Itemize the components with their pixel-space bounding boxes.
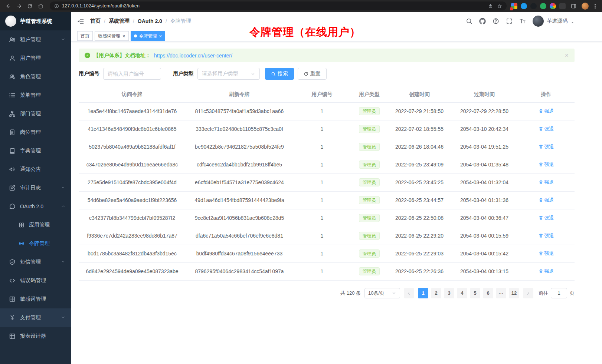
force-logout-button[interactable]: 强退 <box>539 161 554 168</box>
extension-icon[interactable] <box>530 3 537 9</box>
font-size-icon[interactable] <box>519 18 526 24</box>
breadcrumb-item[interactable]: 首页 <box>90 18 101 24</box>
sidebar-item-role[interactable]: 角色管理 <box>0 67 71 86</box>
access-token-cell: 41c41346a548490f9dc8b01c6bfe0865 <box>79 120 186 138</box>
address-bar[interactable]: 127.0.0.1:1024/system/oauth2/token <box>50 1 507 10</box>
sidebar-item-notice[interactable]: 通知公告 <box>0 160 71 179</box>
reset-button[interactable]: 重置 <box>298 68 327 80</box>
sidebar-item-oauth2-token[interactable]: 令牌管理 <box>0 234 71 253</box>
user-id-cell: 1 <box>293 156 351 173</box>
sidebar-item-post[interactable]: 岗位管理 <box>0 123 71 142</box>
sidebar-item-dept[interactable]: 部门管理 <box>0 105 71 123</box>
pager-page-4[interactable]: 4 <box>457 288 467 298</box>
pager-next-button[interactable] <box>523 288 533 298</box>
sidebar-item-label: 短信管理 <box>20 259 41 265</box>
notice-icon <box>9 166 16 173</box>
browser-home-button[interactable] <box>36 3 45 10</box>
pager-more-button[interactable]: ··· <box>496 288 506 298</box>
user-id-input[interactable] <box>108 71 157 77</box>
alert-link[interactable]: https://doc.iocoder.cn/user-center/ <box>154 53 232 59</box>
column-header: 创建时间 <box>388 87 451 102</box>
goto-page-input[interactable] <box>551 288 567 298</box>
created-time-cell: 2022-06-25 22:26:36 <box>388 262 451 280</box>
sidebar-item-error-code[interactable]: 错误码管理 <box>0 271 71 290</box>
sidebar-item-report-designer[interactable]: 报表设计器 <box>0 327 71 345</box>
tab-sensitive-word[interactable]: 敏感词管理× <box>95 31 129 41</box>
force-logout-button[interactable]: 强退 <box>539 197 554 203</box>
browser-menu-icon[interactable] <box>595 6 596 7</box>
share-icon[interactable] <box>488 4 493 9</box>
navbar-right: 芋道源码 <box>466 16 575 27</box>
tab-home[interactable]: 首页 <box>77 31 93 41</box>
tab-close-icon[interactable]: × <box>122 34 125 39</box>
browser-forward-button[interactable] <box>14 3 24 10</box>
pager-page-1[interactable]: 1 <box>418 288 428 298</box>
pager-prev-button[interactable] <box>404 288 414 298</box>
pager-page-12[interactable]: 12 <box>509 288 519 298</box>
bookmark-star-icon[interactable] <box>497 4 502 9</box>
site-info-icon[interactable] <box>54 4 59 9</box>
sms-icon <box>9 259 16 265</box>
extension-icon[interactable] <box>559 3 566 9</box>
sidebar-fold-button[interactable] <box>77 18 84 25</box>
force-logout-button[interactable]: 强退 <box>539 268 554 275</box>
user-name: 芋道源码 <box>547 18 567 24</box>
sidebar-item-label: 角色管理 <box>20 73 41 80</box>
sidebar-item-tenant[interactable]: 租户管理 <box>0 30 71 49</box>
user-dropdown[interactable]: 芋道源码 <box>533 16 575 27</box>
tab-close-icon[interactable]: × <box>159 34 162 39</box>
sidebar-item-sms[interactable]: 短信管理 <box>0 253 71 271</box>
page-size-select[interactable]: 10条/页 <box>364 288 400 298</box>
breadcrumb-item[interactable]: 系统管理 <box>109 18 130 24</box>
active-tab-dot <box>134 34 137 37</box>
sidebar-item-user[interactable]: 用户管理 <box>0 49 71 67</box>
force-logout-button[interactable]: 强退 <box>539 179 554 186</box>
force-logout-button[interactable]: 强退 <box>539 126 554 132</box>
trash-icon <box>539 180 543 185</box>
column-header: 刷新令牌 <box>186 87 293 102</box>
dict-icon <box>9 148 16 154</box>
extension-icon[interactable] <box>521 3 527 9</box>
force-logout-button[interactable]: 强退 <box>539 250 554 257</box>
goto-suffix: 页 <box>570 290 575 297</box>
tab-token[interactable]: 令牌管理× <box>131 31 166 41</box>
github-icon[interactable] <box>479 18 486 24</box>
extension-icon[interactable] <box>550 3 556 9</box>
side-panel-icon[interactable] <box>569 3 578 10</box>
sidebar-item-label: OAuth 2.0 <box>20 203 43 209</box>
user-id-cell: 1 <box>293 191 351 209</box>
pager-page-6[interactable]: 6 <box>483 288 493 298</box>
search-button[interactable]: 搜索 <box>265 68 294 80</box>
sidebar-item-oauth2[interactable]: OAuth 2.0 <box>0 197 71 216</box>
sidebar-item-audit-log[interactable]: 审计日志 <box>0 179 71 197</box>
user-id-cell: 1 <box>293 262 351 280</box>
alert-close-icon[interactable]: × <box>565 52 569 59</box>
sidebar-item-pay[interactable]: 支付管理 <box>0 308 71 327</box>
sidebar-item-dict[interactable]: 字典管理 <box>0 142 71 160</box>
help-icon[interactable] <box>493 18 499 24</box>
table-header-row: 访问令牌刷新令牌用户编号用户类型创建时间过期时间操作 <box>79 87 575 102</box>
pager-page-3[interactable]: 3 <box>444 288 454 298</box>
extension-icon[interactable] <box>511 3 517 9</box>
sidebar-item-menu[interactable]: 菜单管理 <box>0 86 71 105</box>
extension-icon[interactable] <box>540 3 546 9</box>
browser-profile-avatar[interactable] <box>582 3 589 10</box>
search-icon <box>271 72 276 76</box>
pager-page-2[interactable]: 2 <box>431 288 441 298</box>
browser-back-button[interactable] <box>4 3 13 10</box>
pager-page-5[interactable]: 5 <box>470 288 480 298</box>
browser-reload-button[interactable] <box>25 3 35 10</box>
force-logout-button[interactable]: 强退 <box>539 108 554 115</box>
table-row: 502375b8040a469a9b82188afdf6af1fbe90422b… <box>79 138 575 156</box>
force-logout-button[interactable]: 强退 <box>539 232 554 239</box>
force-logout-button[interactable]: 强退 <box>539 215 554 221</box>
search-icon[interactable] <box>466 18 472 24</box>
sidebar-item-sensitive-word[interactable]: 敏感词管理 <box>0 290 71 308</box>
sidebar-item-oauth2-app[interactable]: 应用管理 <box>0 216 71 234</box>
user-type-select[interactable]: 请选择用户类型 <box>197 68 260 80</box>
access-token-cell: 1ea5e44f8bc1467aaede43144f31de76 <box>79 102 186 120</box>
force-logout-button[interactable]: 强退 <box>539 143 554 150</box>
trash-icon <box>539 269 543 274</box>
breadcrumb-item[interactable]: OAuth 2.0 <box>138 18 162 24</box>
fullscreen-icon[interactable] <box>506 18 513 24</box>
